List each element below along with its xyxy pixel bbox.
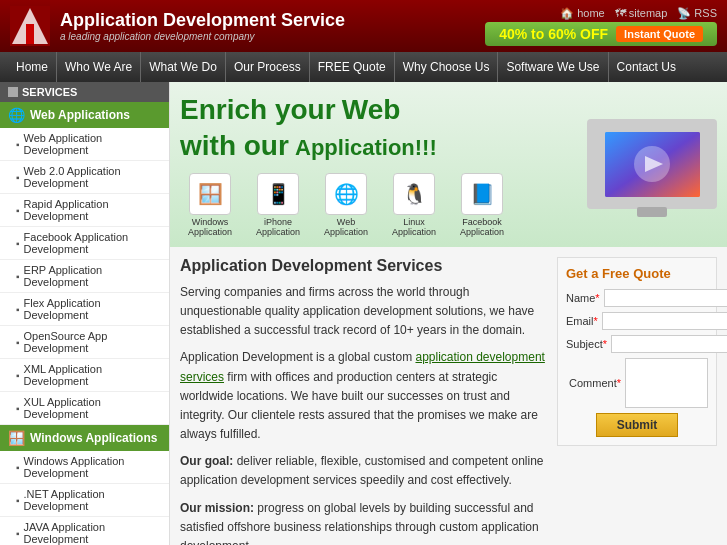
sidebar-item-win-dev[interactable]: Windows Application Development bbox=[0, 451, 169, 484]
email-row: Email* bbox=[566, 312, 708, 330]
para2-after: firm with offices and production centers… bbox=[180, 370, 538, 442]
nav-who-we-are[interactable]: Who We Are bbox=[57, 52, 141, 82]
name-row: Name* bbox=[566, 289, 708, 307]
nav-free-quote[interactable]: FREE Quote bbox=[310, 52, 395, 82]
nav-what-we-do[interactable]: What We Do bbox=[141, 52, 226, 82]
subject-row: Subject* bbox=[566, 335, 708, 353]
logo-area: Application Development Service a leadin… bbox=[10, 6, 485, 46]
nav-why-choose-us[interactable]: Why Choose Us bbox=[395, 52, 499, 82]
main-layout: SERVICES 🌐 Web Applications Web Applicat… bbox=[0, 82, 727, 545]
sidebar-item-rapid[interactable]: Rapid Application Development bbox=[0, 194, 169, 227]
promo-text: 40% to 60% OFF bbox=[499, 26, 608, 42]
email-label: Email* bbox=[566, 315, 598, 327]
banner-right bbox=[577, 119, 717, 209]
name-input[interactable] bbox=[604, 289, 727, 307]
banner-left: Enrich your Web with our Application!!! … bbox=[180, 92, 577, 237]
monitor-image bbox=[587, 119, 717, 209]
sidebar-item-xul[interactable]: XUL Application Development bbox=[0, 392, 169, 425]
sidebar-item-java[interactable]: JAVA Application Development bbox=[0, 517, 169, 545]
top-right: 🏠 home 🗺 sitemap 📡 RSS 40% to 60% OFF In… bbox=[485, 7, 717, 46]
site-title: Application Development Service bbox=[60, 10, 345, 31]
site-subtitle: a leading application development compan… bbox=[60, 31, 345, 42]
home-link[interactable]: 🏠 home bbox=[560, 7, 605, 20]
promo-bar: 40% to 60% OFF Instant Quote bbox=[485, 22, 717, 46]
svg-rect-2 bbox=[26, 24, 34, 44]
content-area: Enrich your Web with our Application!!! … bbox=[170, 82, 727, 545]
sidebar-item-web20[interactable]: Web 2.0 Application Development bbox=[0, 161, 169, 194]
banner-line2: with our bbox=[180, 130, 289, 161]
nav-contact-us[interactable]: Contact Us bbox=[609, 52, 684, 82]
subject-label: Subject* bbox=[566, 338, 607, 350]
comment-label: Comment* bbox=[566, 377, 621, 389]
sidebar-cat-windows[interactable]: 🪟 Windows Applications bbox=[0, 425, 169, 451]
linux-app-icon[interactable]: 🐧 LinuxApplication bbox=[384, 173, 444, 237]
sidebar-item-xml[interactable]: XML Application Development bbox=[0, 359, 169, 392]
section-icon bbox=[8, 87, 18, 97]
monitor-screen bbox=[605, 132, 700, 197]
windows-cat-label: Windows Applications bbox=[30, 431, 157, 445]
email-input[interactable] bbox=[602, 312, 727, 330]
top-links: 🏠 home 🗺 sitemap 📡 RSS bbox=[560, 7, 717, 20]
submit-button[interactable]: Submit bbox=[596, 413, 679, 437]
sidebar-cat-web[interactable]: 🌐 Web Applications bbox=[0, 102, 169, 128]
linux-icon: 🐧 bbox=[393, 173, 435, 215]
instant-quote-button[interactable]: Instant Quote bbox=[616, 26, 703, 42]
article-heading: Application Development Services bbox=[180, 257, 547, 275]
banner-line1: Enrich your bbox=[180, 94, 336, 125]
main-row: Application Development Services Serving… bbox=[170, 247, 727, 545]
sidebar-item-opensource[interactable]: OpenSource App Development bbox=[0, 326, 169, 359]
article-para1: Serving companies and firms across the w… bbox=[180, 283, 547, 341]
mission-label: Our mission: bbox=[180, 501, 254, 515]
name-label: Name* bbox=[566, 292, 600, 304]
logo-icon bbox=[10, 6, 50, 46]
para2-before: Application Development is a global cust… bbox=[180, 350, 415, 364]
article-para2: Application Development is a global cust… bbox=[180, 348, 547, 444]
sidebar-section-header: SERVICES bbox=[0, 82, 169, 102]
facebook-icon: 📘 bbox=[461, 173, 503, 215]
web-cat-label: Web Applications bbox=[30, 108, 130, 122]
article-goal: Our goal: deliver reliable, flexible, cu… bbox=[180, 452, 547, 490]
banner-highlight: Web bbox=[342, 94, 401, 125]
windows-icon: 🪟 bbox=[189, 173, 231, 215]
iphone-app-icon[interactable]: 📱 iPhoneApplication bbox=[248, 173, 308, 237]
banner-highlight2: Application!!! bbox=[295, 135, 437, 160]
windows-app-icon[interactable]: 🪟 WindowsApplication bbox=[180, 173, 240, 237]
web-cat-icon: 🌐 bbox=[8, 107, 25, 123]
goal-label: Our goal: bbox=[180, 454, 233, 468]
article: Application Development Services Serving… bbox=[180, 257, 547, 545]
iphone-icon: 📱 bbox=[257, 173, 299, 215]
top-bar: Application Development Service a leadin… bbox=[0, 0, 727, 52]
nav-home[interactable]: Home bbox=[8, 52, 57, 82]
sidebar-item-erp[interactable]: ERP Application Development bbox=[0, 260, 169, 293]
sidebar-item-facebook[interactable]: Facebook Application Development bbox=[0, 227, 169, 260]
windows-cat-icon: 🪟 bbox=[8, 430, 25, 446]
sidebar-item-flex[interactable]: Flex Application Development bbox=[0, 293, 169, 326]
nav-our-process[interactable]: Our Process bbox=[226, 52, 310, 82]
logo-text: Application Development Service a leadin… bbox=[60, 10, 345, 42]
banner: Enrich your Web with our Application!!! … bbox=[170, 82, 727, 247]
comment-textarea[interactable] bbox=[625, 358, 708, 408]
sidebar-item-web-app-dev[interactable]: Web Application Development bbox=[0, 128, 169, 161]
nav-bar: Home Who We Are What We Do Our Process F… bbox=[0, 52, 727, 82]
quote-form: Get a Free Quote Name* Email* Subject* C… bbox=[557, 257, 717, 446]
nav-software[interactable]: Software We Use bbox=[498, 52, 608, 82]
banner-text: Enrich your Web with our Application!!! bbox=[180, 92, 577, 165]
sidebar: SERVICES 🌐 Web Applications Web Applicat… bbox=[0, 82, 170, 545]
facebook-app-icon[interactable]: 📘 FacebookApplication bbox=[452, 173, 512, 237]
rss-link[interactable]: 📡 RSS bbox=[677, 7, 717, 20]
comment-row: Comment* bbox=[566, 358, 708, 408]
web-icon: 🌐 bbox=[325, 173, 367, 215]
sidebar-item-dotnet[interactable]: .NET Application Development bbox=[0, 484, 169, 517]
article-mission: Our mission: progress on global levels b… bbox=[180, 499, 547, 545]
goal-text: deliver reliable, flexible, customised a… bbox=[180, 454, 544, 487]
banner-icons: 🪟 WindowsApplication 📱 iPhoneApplication… bbox=[180, 173, 577, 237]
subject-input[interactable] bbox=[611, 335, 727, 353]
web-app-icon[interactable]: 🌐 WebApplication bbox=[316, 173, 376, 237]
sitemap-link[interactable]: 🗺 sitemap bbox=[615, 7, 668, 20]
section-label: SERVICES bbox=[22, 86, 77, 98]
monitor-base bbox=[637, 207, 667, 217]
quote-heading: Get a Free Quote bbox=[566, 266, 708, 281]
